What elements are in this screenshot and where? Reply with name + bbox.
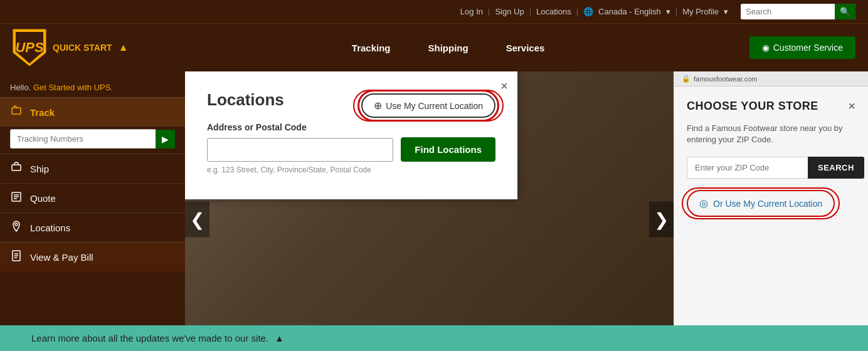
viewpay-icon <box>10 250 23 264</box>
sidebar-item-quote[interactable]: Quote <box>0 183 185 212</box>
modal-close-button[interactable]: × <box>500 79 508 93</box>
tracking-input-row: ▶ <box>10 129 175 149</box>
or-use-location-button[interactable]: ◎ Or Use My Current Location <box>687 190 835 217</box>
ship-icon <box>10 162 23 176</box>
track-icon <box>10 105 23 119</box>
globe-icon: 🌐 <box>583 7 593 16</box>
quote-icon <box>10 191 23 205</box>
svg-rect-4 <box>12 165 21 170</box>
tracking-go-button[interactable]: ▶ <box>156 130 175 149</box>
zip-input[interactable] <box>687 157 808 179</box>
right-panel-header: CHOOSE YOUR STORE × <box>687 99 855 113</box>
location-circle-icon: ⊕ <box>374 100 382 112</box>
carousel-left-arrow[interactable]: ❮ <box>185 202 209 238</box>
locations-modal: × Locations ⊕ Use My Current Location Ad… <box>185 71 517 199</box>
sidebar-item-locations[interactable]: Locations <box>0 212 185 242</box>
nav-shipping[interactable]: Shipping <box>428 43 468 53</box>
track-label: Track <box>30 107 55 118</box>
sidebar-item-ship[interactable]: Ship <box>0 154 185 183</box>
headset-icon: ◉ <box>762 43 770 53</box>
main-content: × Locations ⊕ Use My Current Location Ad… <box>185 71 674 351</box>
svg-rect-3 <box>12 108 21 114</box>
quote-label: Quote <box>30 193 56 204</box>
nav-tracking[interactable]: Tracking <box>352 43 391 53</box>
sidebar-item-track[interactable]: Track <box>0 97 185 127</box>
bottom-bar-arrow-icon: ▲ <box>275 333 284 343</box>
store-title: CHOOSE YOUR STORE <box>687 100 818 113</box>
search-box: 🔍 <box>741 4 855 19</box>
quickstart-label[interactable]: QUICK START <box>53 43 112 53</box>
locations-icon <box>10 221 23 234</box>
main-nav: UPS QUICK START ▲ Tracking Shipping Serv… <box>0 23 868 71</box>
viewpay-label: View & Pay Bill <box>30 252 93 263</box>
chevron-down-icon: ▾ <box>666 7 670 16</box>
nav-services[interactable]: Services <box>506 43 545 53</box>
find-locations-button[interactable]: Find Locations <box>401 137 495 162</box>
quickstart-chevron-icon: ▲ <box>119 42 129 53</box>
signup-link[interactable]: Sign Up <box>495 7 524 16</box>
search-input[interactable] <box>741 4 835 19</box>
store-description: Find a Famous Footwear store near you by… <box>687 123 855 145</box>
customer-service-button[interactable]: ◉ Customer Service <box>749 36 855 59</box>
get-started-link[interactable]: Get Started with UPS. <box>33 83 113 92</box>
location-target-icon: ◎ <box>699 197 708 209</box>
svg-point-9 <box>15 223 18 226</box>
address-example: e.g. 123 Street, City, Province/State, P… <box>207 165 495 174</box>
top-bar: Log In | Sign Up | Locations | 🌐 Canada … <box>0 0 868 23</box>
search-button[interactable]: 🔍 <box>835 4 855 19</box>
use-current-location-button[interactable]: ⊕ Use My Current Location <box>361 93 495 118</box>
hello-bar: Hello. Get Started with UPS. <box>0 78 185 97</box>
locations-label: Locations <box>30 223 70 233</box>
nav-links: Tracking Shipping Services <box>147 43 749 53</box>
ups-shield-icon: UPS <box>13 29 46 66</box>
chevron-down-icon: ▾ <box>724 7 728 16</box>
zip-input-row: SEARCH <box>687 157 855 179</box>
myprofile-link[interactable]: My Profile <box>682 7 719 16</box>
tracking-number-input[interactable] <box>10 129 156 149</box>
ups-logo[interactable]: UPS QUICK START ▲ <box>13 29 128 66</box>
sidebar-item-viewpay[interactable]: View & Pay Bill <box>0 242 185 271</box>
url-bar: 🔒 famousfootwear.com <box>674 71 868 86</box>
page-body: Hello. Get Started with UPS. Track ▶ Shi… <box>0 71 868 351</box>
right-panel-content: CHOOSE YOUR STORE × Find a Famous Footwe… <box>674 86 868 229</box>
carousel-right-arrow[interactable]: ❯ <box>649 202 674 238</box>
right-panel: 🔒 famousfootwear.com CHOOSE YOUR STORE ×… <box>674 71 868 351</box>
bottom-bar-text: Learn more about all the updates we've m… <box>31 333 268 343</box>
lock-icon: 🔒 <box>682 75 691 83</box>
ship-label: Ship <box>30 164 49 174</box>
sidebar: Hello. Get Started with UPS. Track ▶ Shi… <box>0 71 185 351</box>
address-input[interactable] <box>207 138 393 162</box>
right-panel-close-button[interactable]: × <box>848 99 855 113</box>
svg-text:UPS: UPS <box>15 39 44 55</box>
login-link[interactable]: Log In <box>460 7 483 16</box>
locations-link[interactable]: Locations <box>536 7 571 16</box>
address-input-row: Find Locations <box>207 137 495 162</box>
bottom-bar[interactable]: Learn more about all the updates we've m… <box>0 325 868 351</box>
zip-search-button[interactable]: SEARCH <box>808 157 864 179</box>
language-selector[interactable]: Canada - English <box>598 7 661 16</box>
address-label: Address or Postal Code <box>207 122 495 132</box>
